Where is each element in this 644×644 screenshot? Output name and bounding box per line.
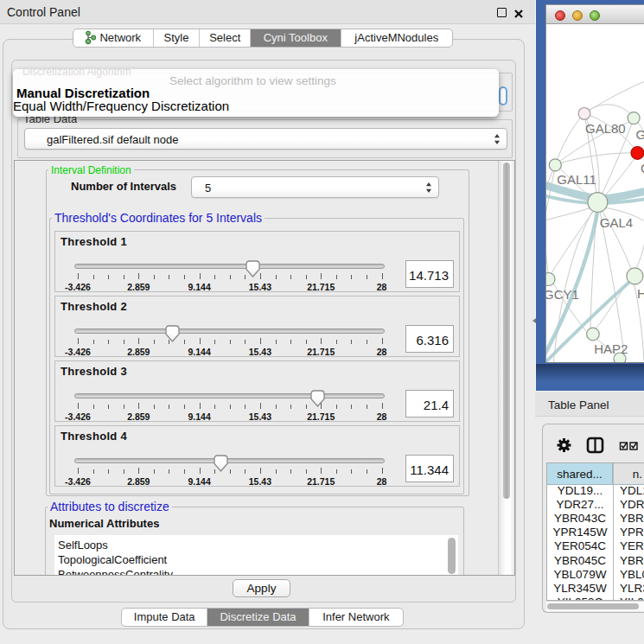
svg-text:H: H xyxy=(637,286,644,301)
svg-text:GAL4: GAL4 xyxy=(600,215,633,230)
svg-text:GAL80: GAL80 xyxy=(585,121,626,136)
svg-text:GCY1: GCY1 xyxy=(546,287,579,302)
svg-text:HAP2: HAP2 xyxy=(594,341,628,356)
svg-text:G: G xyxy=(636,127,644,142)
svg-text:C: C xyxy=(641,161,644,175)
svg-text:GAL11: GAL11 xyxy=(557,172,596,187)
